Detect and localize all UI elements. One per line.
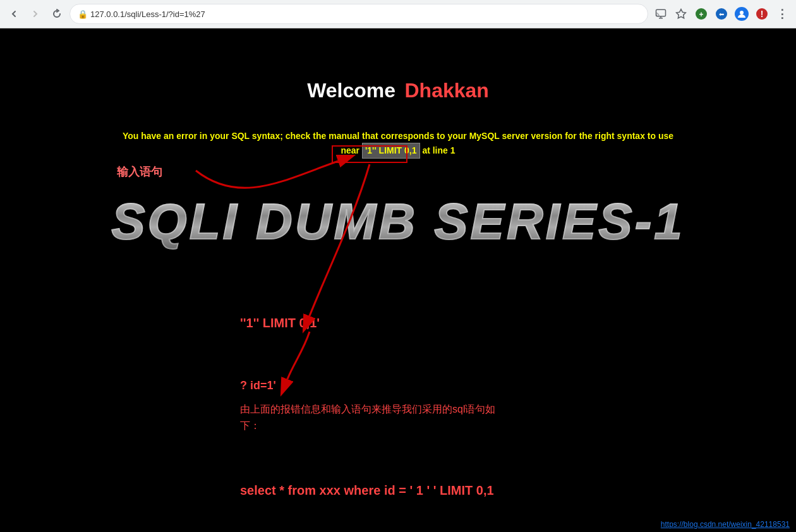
arrows-overlay: [0, 28, 796, 532]
address-bar[interactable]: 🔒: [69, 4, 648, 24]
browser-chrome: 🔒 +: [0, 0, 796, 28]
address-input[interactable]: [90, 9, 640, 19]
label-input-sentence: 输入语句: [117, 164, 162, 179]
chrome-dino-icon[interactable]: ⬅: [713, 5, 730, 23]
chrome-update-icon[interactable]: !: [753, 5, 771, 23]
annotation-box: [332, 145, 407, 163]
page-content: Welcome Dhakkan You have an error in you…: [0, 28, 796, 532]
browser-toolbar: 🔒 +: [0, 0, 796, 28]
welcome-text: Welcome: [307, 79, 395, 102]
browser-icons: + ⬅ !: [652, 5, 791, 23]
svg-point-6: [740, 11, 744, 15]
lock-icon: 🔒: [78, 9, 88, 19]
profile-icon[interactable]: [733, 5, 751, 23]
logo-area: SQLI DUMB SERIES-1: [0, 193, 796, 251]
back-button[interactable]: [5, 5, 23, 23]
footer-link[interactable]: https://blog.csdn.net/weixin_42118531: [661, 520, 790, 529]
sql-explanation: 由上面的报错信息和输入语句来推导我们采用的sql语句如 下：: [240, 401, 495, 433]
forward-button[interactable]: [27, 5, 44, 23]
logo-text: SQLI DUMB SERIES-1: [111, 193, 685, 250]
extension-icon[interactable]: +: [692, 5, 710, 23]
sql-query: select * from xxx where id = ' 1 ' ' LIM…: [240, 483, 494, 498]
chrome-menu-button[interactable]: ⋮: [773, 5, 791, 23]
reload-button[interactable]: [48, 5, 66, 23]
sql-id-text: ? id=1': [240, 379, 276, 392]
error-text-part3: at line 1: [422, 145, 455, 155]
svg-text:⬅: ⬅: [719, 11, 724, 18]
svg-marker-1: [677, 9, 686, 18]
svg-text:!: !: [761, 9, 764, 19]
svg-text:+: +: [699, 10, 703, 19]
sql-limit-text: ''1'' LIMIT 0,1': [240, 316, 320, 330]
cast-icon[interactable]: [652, 5, 670, 23]
avatar: [735, 7, 749, 21]
dhakkan-text: Dhakkan: [404, 79, 488, 102]
bookmark-star-icon[interactable]: [672, 5, 690, 23]
welcome-area: Welcome Dhakkan: [0, 79, 796, 102]
error-text-part1: You have an error in your SQL syntax; ch…: [123, 131, 673, 141]
